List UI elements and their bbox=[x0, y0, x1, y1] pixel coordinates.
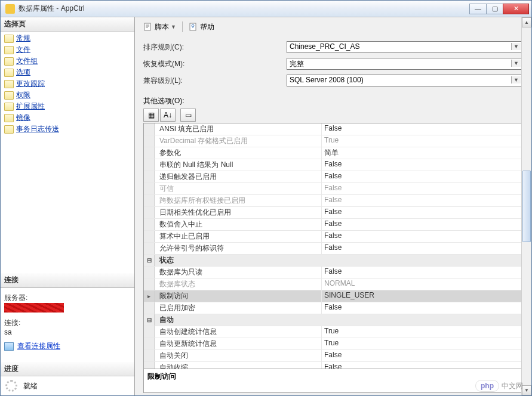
row-gutter: ⊟ bbox=[144, 255, 155, 266]
row-gutter bbox=[144, 243, 155, 254]
page-item[interactable]: 镜像 bbox=[3, 112, 132, 123]
property-row[interactable]: 串联的 Null 结果为 NullFalse bbox=[144, 159, 522, 171]
property-name: 跨数据库所有权链接已启用 bbox=[155, 195, 322, 206]
property-grid[interactable]: ANSI 填充已启用FalseVarDecimal 存储格式已启用True参数化… bbox=[143, 123, 523, 369]
app-icon bbox=[5, 4, 15, 14]
row-gutter bbox=[144, 302, 155, 314]
close-button[interactable]: ✕ bbox=[503, 4, 529, 14]
page-item-label: 扩展属性 bbox=[16, 101, 45, 112]
property-name: 自动关闭 bbox=[155, 350, 322, 361]
maximize-button[interactable]: ▢ bbox=[486, 4, 503, 14]
property-value[interactable]: False bbox=[322, 362, 522, 369]
progress-header: 进度 bbox=[1, 362, 134, 376]
property-row[interactable]: 数值舍入中止False bbox=[144, 219, 522, 231]
categorized-button[interactable]: ▦ bbox=[143, 109, 159, 122]
vertical-scrollbar[interactable]: ▲ ▼ bbox=[521, 17, 531, 395]
server-value bbox=[4, 303, 131, 314]
property-row[interactable]: 自动更新统计信息True bbox=[144, 338, 522, 350]
property-value[interactable]: True bbox=[322, 338, 522, 349]
property-value[interactable]: False bbox=[322, 219, 522, 230]
property-value[interactable]: False bbox=[322, 207, 522, 218]
compat-select[interactable]: SQL Server 2008 (100) bbox=[287, 75, 523, 86]
connection-label: 连接: bbox=[4, 318, 131, 328]
property-value[interactable]: False bbox=[322, 243, 522, 254]
property-name: 可信 bbox=[155, 183, 322, 194]
page-icon bbox=[4, 91, 14, 100]
property-row[interactable]: 可信False bbox=[144, 183, 522, 195]
property-row[interactable]: 算术中止已启用False bbox=[144, 231, 522, 243]
property-value[interactable]: True bbox=[322, 135, 522, 147]
page-item[interactable]: 选项 bbox=[3, 67, 132, 78]
property-value[interactable]: False bbox=[322, 123, 522, 135]
alphabetical-button[interactable]: A↓ bbox=[160, 109, 176, 122]
property-value[interactable]: False bbox=[322, 267, 522, 278]
toolbar: 脚本 ▼ 帮助 bbox=[135, 17, 531, 36]
row-gutter: ▸ bbox=[144, 290, 155, 302]
page-item[interactable]: 权限 bbox=[3, 89, 132, 101]
property-category[interactable]: ⊟自动 bbox=[144, 314, 522, 326]
window-title: 数据库属性 - AppCtrl bbox=[19, 4, 469, 14]
property-name: 递归触发器已启用 bbox=[155, 171, 322, 182]
minimize-button[interactable]: — bbox=[469, 4, 486, 14]
property-value[interactable]: SINGLE_USER bbox=[322, 290, 522, 302]
progress-section: 就绪 bbox=[1, 376, 134, 395]
property-value[interactable]: False bbox=[322, 183, 522, 194]
property-value[interactable]: 简单 bbox=[322, 147, 522, 159]
property-row[interactable]: 参数化简单 bbox=[144, 147, 522, 159]
view-connection-properties-link[interactable]: 查看连接属性 bbox=[17, 341, 60, 351]
page-item[interactable]: 事务日志传送 bbox=[3, 123, 132, 135]
property-row[interactable]: 允许带引号的标识符False bbox=[144, 243, 522, 255]
scroll-up-button[interactable]: ▲ bbox=[522, 17, 531, 27]
property-name: 参数化 bbox=[155, 147, 322, 159]
property-name: 自动更新统计信息 bbox=[155, 338, 322, 349]
left-pane: 选择页 常规文件文件组选项更改跟踪权限扩展属性镜像事务日志传送 连接 服务器: … bbox=[1, 17, 135, 395]
help-button[interactable]: 帮助 bbox=[186, 21, 217, 33]
property-row[interactable]: 自动关闭False bbox=[144, 350, 522, 362]
window-controls: — ▢ ✕ bbox=[469, 4, 529, 14]
property-row[interactable]: 日期相关性优化已启用False bbox=[144, 207, 522, 219]
property-category[interactable]: ⊟状态 bbox=[144, 255, 522, 267]
script-button[interactable]: 脚本 ▼ bbox=[141, 21, 179, 33]
scroll-down-button[interactable]: ▼ bbox=[522, 385, 531, 395]
property-row[interactable]: 数据库为只读False bbox=[144, 267, 522, 279]
row-gutter bbox=[144, 267, 155, 278]
watermark: php 中文网 bbox=[475, 380, 523, 392]
property-name: 日期相关性优化已启用 bbox=[155, 207, 322, 218]
property-name: 数值舍入中止 bbox=[155, 219, 322, 230]
redacted-server-name bbox=[4, 303, 64, 313]
property-value[interactable]: False bbox=[322, 302, 522, 314]
property-value[interactable]: True bbox=[322, 326, 522, 338]
property-row[interactable]: VarDecimal 存储格式已启用True bbox=[144, 135, 522, 147]
property-value[interactable]: False bbox=[322, 171, 522, 182]
page-item[interactable]: 更改跟踪 bbox=[3, 78, 132, 89]
row-gutter bbox=[144, 147, 155, 159]
property-row[interactable]: ▸限制访问SINGLE_USER bbox=[144, 290, 522, 302]
property-row[interactable]: 跨数据库所有权链接已启用False bbox=[144, 195, 522, 207]
help-label: 帮助 bbox=[200, 22, 214, 32]
property-row[interactable]: 自动收缩False bbox=[144, 362, 522, 369]
page-item[interactable]: 常规 bbox=[3, 33, 132, 44]
property-row[interactable]: 自动创建统计信息True bbox=[144, 326, 522, 338]
property-row[interactable]: ANSI 填充已启用False bbox=[144, 123, 522, 135]
property-value[interactable]: False bbox=[322, 195, 522, 206]
dropdown-arrow-icon: ▼ bbox=[171, 24, 176, 30]
property-value[interactable]: False bbox=[322, 231, 522, 242]
scroll-track[interactable] bbox=[522, 27, 531, 385]
collation-select[interactable]: Chinese_PRC_CI_AS bbox=[287, 41, 523, 53]
row-gutter bbox=[144, 231, 155, 242]
titlebar[interactable]: 数据库属性 - AppCtrl — ▢ ✕ bbox=[1, 1, 531, 17]
property-value[interactable]: False bbox=[322, 350, 522, 361]
page-item[interactable]: 文件组 bbox=[3, 55, 132, 67]
recovery-select[interactable]: 完整 bbox=[287, 58, 523, 70]
page-item[interactable]: 扩展属性 bbox=[3, 101, 132, 112]
property-row[interactable]: 数据库状态NORMAL bbox=[144, 279, 522, 290]
property-name: 已启用加密 bbox=[155, 302, 322, 314]
page-item[interactable]: 文件 bbox=[3, 44, 132, 55]
property-row[interactable]: 递归触发器已启用False bbox=[144, 171, 522, 183]
property-value[interactable]: NORMAL bbox=[322, 279, 522, 290]
scroll-thumb[interactable] bbox=[522, 171, 531, 242]
property-value[interactable]: False bbox=[322, 159, 522, 171]
row-gutter bbox=[144, 338, 155, 349]
property-row[interactable]: 已启用加密False bbox=[144, 302, 522, 314]
property-pages-button[interactable]: ▭ bbox=[180, 109, 196, 122]
